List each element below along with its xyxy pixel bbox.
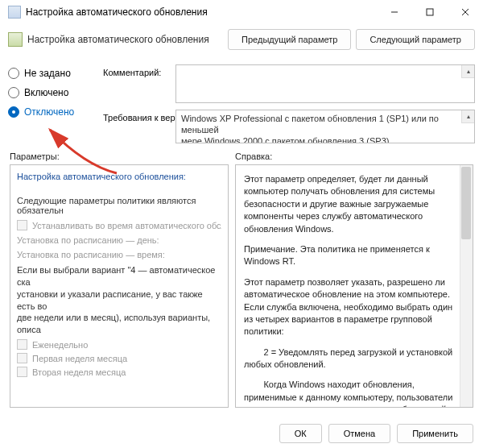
- titlebar: Настройка автоматического обновления: [0, 0, 483, 24]
- window-title: Настройка автоматического обновления: [26, 6, 208, 18]
- policy-title: Настройка автоматического обновления: [27, 34, 209, 45]
- radio-disabled[interactable]: Отключено: [8, 106, 95, 118]
- radio-icon: [8, 87, 19, 98]
- params-note: Если вы выбрали вариант "4 — автоматичес…: [17, 264, 221, 288]
- requirements-textarea[interactable]: Windows XP Professional с пакетом обновл…: [175, 110, 475, 143]
- radio-label: Отключено: [24, 106, 74, 118]
- policy-icon: [8, 32, 23, 47]
- help-pane[interactable]: Этот параметр определяет, будет ли данны…: [235, 164, 473, 408]
- params-note: установки и указали расписание, у вас та…: [17, 288, 221, 313]
- checkbox-second-week[interactable]: Вторая неделя месяца: [17, 367, 221, 377]
- svg-rect-1: [427, 9, 433, 15]
- header-row: Настройка автоматического обновления Пре…: [0, 24, 483, 58]
- params-heading: Настройка автоматического обновления:: [17, 172, 221, 181]
- help-paragraph: Примечание. Эта политика не применяется …: [244, 243, 455, 268]
- radio-label: Не задано: [24, 68, 71, 79]
- checkbox-weekly[interactable]: Еженедельно: [17, 339, 221, 350]
- checkbox-first-week[interactable]: Первая неделя месяца: [17, 353, 221, 363]
- radio-icon: [8, 106, 19, 118]
- radio-not-configured[interactable]: Не задано: [8, 68, 95, 79]
- parameters-pane: Настройка автоматического обновления: Сл…: [10, 164, 229, 408]
- checkbox-label: Вторая неделя месяца: [32, 367, 126, 377]
- help-paragraph: Этот параметр позволяет указать, разреше…: [244, 276, 455, 338]
- upper-pane: Не задано Включено Отключено Комментарий…: [0, 58, 483, 145]
- requirements-row: Требования к версии: Windows XP Professi…: [103, 110, 475, 143]
- sched-day-label: Установка по расписанию — день:: [17, 235, 221, 245]
- help-paragraph: 2 = Уведомлять перед загрузкой и установ…: [244, 346, 455, 371]
- apply-button[interactable]: Применить: [397, 424, 473, 443]
- scroll-up-icon[interactable]: ▴: [461, 65, 474, 78]
- section-labels: Параметры: Справка:: [0, 145, 483, 163]
- minimize-button[interactable]: [377, 0, 412, 24]
- state-radio-group: Не задано Включено Отключено: [8, 64, 95, 143]
- comment-label: Комментарий:: [103, 64, 169, 77]
- checkbox-label: Устанавливать во время автоматического о…: [32, 221, 221, 230]
- scroll-up-icon[interactable]: ▴: [461, 110, 474, 123]
- params-note: две недели или в месяц), используя вариа…: [17, 312, 221, 336]
- help-paragraph: Этот параметр определяет, будет ли данны…: [244, 173, 455, 235]
- requirements-line: Windows XP Professional с пакетом обновл…: [181, 114, 460, 136]
- checkbox-icon: [17, 339, 27, 350]
- dialog-footer: ОК Отмена Применить: [279, 424, 473, 443]
- cancel-button[interactable]: Отмена: [328, 424, 390, 443]
- comment-row: Комментарий: ▴: [103, 64, 475, 103]
- app-icon: [8, 6, 21, 19]
- scrollbar-thumb[interactable]: [461, 167, 471, 239]
- scrollbar-track[interactable]: [460, 165, 473, 407]
- help-paragraph: Когда Windows находит обновления, примен…: [244, 379, 455, 408]
- checkbox-label: Первая неделя месяца: [32, 354, 127, 363]
- radio-icon: [8, 68, 19, 79]
- comment-textarea[interactable]: ▴: [175, 64, 475, 103]
- close-button[interactable]: [448, 0, 483, 24]
- radio-enabled[interactable]: Включено: [8, 87, 95, 98]
- requirements-line: мере Windows 2000 с пакетом обновления 3…: [181, 136, 460, 144]
- maximize-button[interactable]: [412, 0, 448, 24]
- ok-button[interactable]: ОК: [279, 424, 322, 443]
- parameters-label: Параметры:: [10, 151, 235, 161]
- checkbox-icon: [17, 367, 27, 377]
- sched-time-label: Установка по расписанию — время:: [17, 250, 221, 259]
- checkbox-label: Еженедельно: [32, 340, 88, 350]
- next-setting-button[interactable]: Следующий параметр: [356, 29, 475, 50]
- radio-label: Включено: [24, 87, 68, 98]
- checkbox-icon: [17, 353, 27, 363]
- checkbox-install-during-maintenance[interactable]: Устанавливать во время автоматического о…: [17, 220, 221, 230]
- params-desc: Следующие параметры политики являются об…: [17, 196, 221, 215]
- requirements-label: Требования к версии:: [103, 110, 169, 122]
- lower-panes: Настройка автоматического обновления: Сл…: [0, 163, 483, 411]
- prev-setting-button[interactable]: Предыдущий параметр: [228, 29, 351, 50]
- checkbox-icon: [17, 220, 27, 230]
- help-label: Справка:: [235, 151, 272, 161]
- window-controls: [377, 0, 483, 24]
